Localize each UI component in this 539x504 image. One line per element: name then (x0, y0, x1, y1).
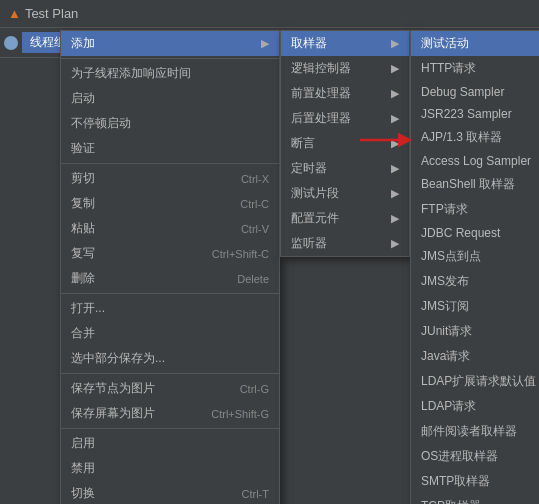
label: 打开... (71, 300, 105, 317)
label: 取样器 (291, 35, 327, 52)
menu-item-save-selection[interactable]: 选中部分保存为... (61, 346, 279, 371)
label: 粘贴 (71, 220, 95, 237)
label: JMS点到点 (421, 248, 481, 265)
submenu2-item-http[interactable]: HTTP请求 (411, 56, 539, 81)
main-context-menu[interactable]: 添加 ▶ 为子线程添加响应时间 启动 不停顿启动 验证 剪切 Ctrl-X 复制… (60, 30, 280, 504)
label: 启动 (71, 90, 95, 107)
submenu2-item-beanshell[interactable]: BeanShell 取样器 (411, 172, 539, 197)
submenu1-item-test-activity[interactable]: 取样器 ▶ (281, 31, 409, 56)
menu-item-paste[interactable]: 粘贴 Ctrl-V (61, 216, 279, 241)
label: Debug Sampler (421, 85, 504, 99)
arrow-icon: ▶ (391, 162, 399, 175)
label: JSR223 Sampler (421, 107, 512, 121)
submenu2-item-test-activity[interactable]: 测试活动 (411, 31, 539, 56)
menu-item-save-screen-img[interactable]: 保存屏幕为图片 Ctrl+Shift-G (61, 401, 279, 426)
submenu2-item-debug[interactable]: Debug Sampler (411, 81, 539, 103)
label: 验证 (71, 140, 95, 157)
menu-item-add[interactable]: 添加 ▶ (61, 31, 279, 56)
submenu1-item-assertion[interactable]: 断言 ▶ (281, 131, 409, 156)
menu-item-start-no-pause[interactable]: 不停顿启动 (61, 111, 279, 136)
submenu2-item-jsr223[interactable]: JSR223 Sampler (411, 103, 539, 125)
menu-item-cut[interactable]: 剪切 Ctrl-X (61, 166, 279, 191)
submenu2-item-jdbc[interactable]: JDBC Request (411, 222, 539, 244)
separator-3 (61, 293, 279, 294)
title-bar: ▲ Test Plan (0, 0, 539, 28)
shortcut-toggle: Ctrl-T (242, 488, 270, 500)
label: AJP/1.3 取样器 (421, 129, 502, 146)
separator-1 (61, 58, 279, 59)
context-menu-container: 添加 ▶ 为子线程添加响应时间 启动 不停顿启动 验证 剪切 Ctrl-X 复制… (0, 0, 539, 504)
submenu2-item-smtp[interactable]: SMTP取样器 (411, 469, 539, 494)
shortcut-save-node: Ctrl-G (240, 383, 269, 395)
menu-item-duplicate[interactable]: 复写 Ctrl+Shift-C (61, 241, 279, 266)
label: 监听器 (291, 235, 327, 252)
shortcut-save-screen: Ctrl+Shift-G (211, 408, 269, 420)
gear-icon (4, 36, 18, 50)
label: LDAP扩展请求默认值 (421, 373, 536, 390)
label: 启用 (71, 435, 95, 452)
submenu2-item-ajp[interactable]: AJP/1.3 取样器 (411, 125, 539, 150)
menu-item-save-node-img[interactable]: 保存节点为图片 Ctrl-G (61, 376, 279, 401)
label: 保存节点为图片 (71, 380, 155, 397)
submenu2-item-jms-p2p[interactable]: JMS点到点 (411, 244, 539, 269)
app-icon: ▲ (8, 6, 21, 21)
shortcut-cut: Ctrl-X (241, 173, 269, 185)
submenu2-item-jms-pub[interactable]: JMS发布 (411, 269, 539, 294)
shortcut-copy: Ctrl-C (240, 198, 269, 210)
submenu2-item-ldap-ext[interactable]: LDAP扩展请求默认值 (411, 369, 539, 394)
submenu-sampler-items[interactable]: 测试活动 HTTP请求 Debug Sampler JSR223 Sampler… (410, 30, 539, 504)
menu-item-toggle[interactable]: 切换 Ctrl-T (61, 481, 279, 504)
submenu2-item-mail-reader[interactable]: 邮件阅读者取样器 (411, 419, 539, 444)
label: 后置处理器 (291, 110, 351, 127)
label: 邮件阅读者取样器 (421, 423, 517, 440)
label: 保存屏幕为图片 (71, 405, 155, 422)
label: LDAP请求 (421, 398, 476, 415)
menu-item-start[interactable]: 启动 (61, 86, 279, 111)
submenu1-item-post[interactable]: 后置处理器 ▶ (281, 106, 409, 131)
submenu1-item-config[interactable]: 配置元件 ▶ (281, 206, 409, 231)
submenu-sampler[interactable]: 取样器 ▶ 逻辑控制器 ▶ 前置处理器 ▶ 后置处理器 ▶ 断言 ▶ 定时器 ▶… (280, 30, 410, 257)
menu-item-add-response-time[interactable]: 为子线程添加响应时间 (61, 61, 279, 86)
menu-item-delete[interactable]: 删除 Delete (61, 266, 279, 291)
submenu1-item-logic[interactable]: 逻辑控制器 ▶ (281, 56, 409, 81)
submenu2-item-os-process[interactable]: OS进程取样器 (411, 444, 539, 469)
submenu2-item-jms-sub[interactable]: JMS订阅 (411, 294, 539, 319)
submenu2-item-tcp[interactable]: TCP取样器 (411, 494, 539, 504)
submenu2-item-junit[interactable]: JUnit请求 (411, 319, 539, 344)
label: 断言 (291, 135, 315, 152)
submenu2-item-access-log[interactable]: Access Log Sampler (411, 150, 539, 172)
submenu1-item-pre[interactable]: 前置处理器 ▶ (281, 81, 409, 106)
arrow-icon: ▶ (391, 187, 399, 200)
menu-add-label: 添加 (71, 35, 95, 52)
submenu2-item-ftp[interactable]: FTP请求 (411, 197, 539, 222)
label: JMS发布 (421, 273, 469, 290)
label: 复制 (71, 195, 95, 212)
label: OS进程取样器 (421, 448, 498, 465)
menu-item-enable[interactable]: 启用 (61, 431, 279, 456)
arrow-icon: ▶ (391, 137, 399, 150)
menu-item-merge[interactable]: 合并 (61, 321, 279, 346)
submenu1-item-test-fragment[interactable]: 测试片段 ▶ (281, 181, 409, 206)
label: 定时器 (291, 160, 327, 177)
label: 测试活动 (421, 35, 469, 52)
label: HTTP请求 (421, 60, 476, 77)
label: 不停顿启动 (71, 115, 131, 132)
submenu2-item-java[interactable]: Java请求 (411, 344, 539, 369)
submenu1-item-listener[interactable]: 监听器 ▶ (281, 231, 409, 256)
label: 测试片段 (291, 185, 339, 202)
label: 复写 (71, 245, 95, 262)
submenu2-item-ldap[interactable]: LDAP请求 (411, 394, 539, 419)
label: Access Log Sampler (421, 154, 531, 168)
label: 前置处理器 (291, 85, 351, 102)
menu-item-disable[interactable]: 禁用 (61, 456, 279, 481)
menu-item-copy[interactable]: 复制 Ctrl-C (61, 191, 279, 216)
arrow-icon: ▶ (391, 237, 399, 250)
submenu1-item-timer[interactable]: 定时器 ▶ (281, 156, 409, 181)
menu-item-open[interactable]: 打开... (61, 296, 279, 321)
label: Java请求 (421, 348, 470, 365)
menu-item-validate[interactable]: 验证 (61, 136, 279, 161)
label: JMS订阅 (421, 298, 469, 315)
label: 为子线程添加响应时间 (71, 65, 191, 82)
shortcut-paste: Ctrl-V (241, 223, 269, 235)
arrow-icon: ▶ (391, 37, 399, 50)
